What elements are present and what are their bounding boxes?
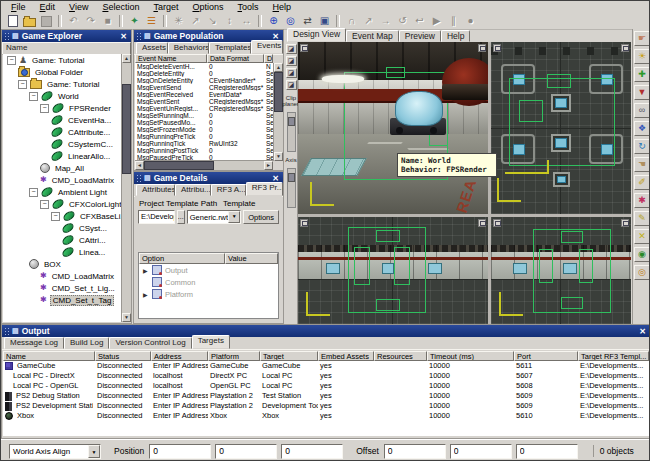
column-header-embed-assets[interactable]: Embed Assets: [318, 351, 374, 361]
column-header-data-format[interactable]: Data Format: [207, 54, 264, 63]
expand-icon[interactable]: ↕: [221, 14, 238, 28]
target-row-xbox[interactable]: XboxDisconnectedEnter IP Address ...Xbox…: [3, 411, 649, 421]
table-row[interactable]: MsgEventSentCRegisteredMsgs*Se: [135, 98, 273, 105]
browse-button[interactable]: ...: [177, 210, 185, 224]
maximize-icon[interactable]: [478, 44, 486, 52]
target-row-gamecube[interactable]: GameCubeDisconnectedEnter IP Address ...…: [3, 361, 649, 371]
tab-events[interactable]: Events: [251, 40, 283, 54]
table-row[interactable]: MsgEventReceivedEventData*Se: [135, 91, 273, 98]
tree-item-cattribute[interactable]: CAttribute...: [3, 126, 121, 138]
tree-item-game-tutorial[interactable]: −♟Game: Tutorial: [3, 54, 121, 66]
target-row-ps2-development-station[interactable]: PS2 Development StationDisconnectedEnter…: [3, 401, 649, 411]
close-icon[interactable]: ✕: [120, 32, 129, 41]
tab-attributes[interactable]: Attributes: [136, 184, 175, 196]
column-header-platform[interactable]: Platform: [208, 351, 260, 361]
arrow-down-icon[interactable]: ↘: [204, 14, 221, 28]
back-icon[interactable]: ↩: [411, 14, 428, 28]
chevron-down-icon[interactable]: ▼: [88, 445, 100, 458]
undo-icon[interactable]: ↶: [65, 14, 82, 28]
menu-help[interactable]: Help: [267, 1, 298, 13]
save-icon[interactable]: [38, 14, 55, 28]
translate-icon[interactable]: ❖: [634, 121, 650, 136]
tree-item-cfxbaseli[interactable]: −CFXBaseLi...: [3, 210, 121, 222]
pick-icon[interactable]: ✐: [634, 175, 650, 190]
select-pointer-icon[interactable]: ☛: [634, 31, 650, 46]
option-row-common[interactable]: Common: [139, 276, 278, 288]
world-locate-icon[interactable]: ◎: [282, 14, 299, 28]
maximize-icon[interactable]: [621, 44, 629, 52]
target-row-ps2-debug-station[interactable]: PS2 Debug StationDisconnectedEnter IP Ad…: [3, 391, 649, 401]
arrow-up-icon[interactable]: ↗: [187, 14, 204, 28]
drop-to-floor-icon[interactable]: ▼: [634, 85, 650, 100]
new-entity-icon[interactable]: ✳: [170, 14, 187, 28]
position-y-input[interactable]: [215, 444, 277, 459]
tree-item-ceventha[interactable]: CEventHa...: [3, 114, 121, 126]
camera-green-icon[interactable]: ◉: [634, 247, 650, 262]
offset-z-input[interactable]: [516, 444, 578, 459]
redo-icon[interactable]: ↷: [82, 14, 99, 28]
game-explorer-titlebar[interactable]: ▤ Game Explorer ✕: [2, 30, 131, 42]
maximize-icon[interactable]: [621, 219, 629, 227]
column-header-d[interactable]: D: [264, 54, 273, 63]
tab-version-control-log[interactable]: Version Control Log: [109, 337, 191, 349]
camera-side-icon[interactable]: ◪: [286, 68, 297, 78]
stop-icon[interactable]: ■: [99, 14, 116, 28]
tree-item-game-tutorial[interactable]: −Game: Tutorial: [3, 78, 121, 90]
menu-view[interactable]: View: [63, 1, 94, 13]
light-icon[interactable]: ☀: [634, 49, 650, 64]
table-row[interactable]: MsgEventSendCRegisteredMsgs*Se: [135, 84, 273, 91]
record-icon[interactable]: ●: [462, 14, 479, 28]
delete-icon[interactable]: ✕: [634, 229, 650, 244]
scrollbar-thumb[interactable]: [144, 161, 214, 170]
tree-item-cmd-set-t-lig[interactable]: ✱CMD_Set_t_Lig...: [3, 282, 121, 294]
expand-toggle-icon[interactable]: −: [51, 212, 60, 221]
world-center-icon[interactable]: ⊕: [265, 14, 282, 28]
expand-toggle-icon[interactable]: −: [7, 56, 16, 65]
scroll-right-icon[interactable]: ►: [264, 161, 273, 170]
target-row-local-pc-directx[interactable]: Local PC - DirectXDisconnectedlocalhostD…: [3, 371, 649, 381]
tree-item-linearallo[interactable]: LinearAllo...: [3, 150, 121, 162]
column-header-port[interactable]: Port: [514, 351, 578, 361]
step-over-icon[interactable]: →: [377, 14, 394, 28]
table-row[interactable]: MsgDeleteEventH...0N: [135, 63, 273, 70]
viewport-menu-icon[interactable]: [300, 44, 308, 52]
expand-toggle-icon[interactable]: −: [29, 92, 38, 101]
viewport-top[interactable]: [491, 42, 631, 214]
menu-selection[interactable]: Selection: [96, 1, 145, 13]
drag-grip-icon[interactable]: [136, 32, 141, 40]
run-icon[interactable]: ▶: [428, 14, 445, 28]
frame-selection-icon[interactable]: ▣: [316, 14, 333, 28]
table-row[interactable]: MsgSetPausedMo...0Se: [135, 119, 273, 126]
menu-tools[interactable]: Tools: [232, 1, 265, 13]
tree-item-ambient-light[interactable]: −Ambient Light: [3, 186, 121, 198]
tab-assets[interactable]: Assets: [136, 42, 168, 54]
offset-y-input[interactable]: [450, 444, 512, 459]
table-row[interactable]: MsgEventUnRegist...CRegisteredMsgs*Se: [135, 105, 273, 112]
drag-grip-icon[interactable]: [136, 174, 141, 182]
expand-arrow-icon[interactable]: ▶: [143, 291, 149, 298]
expand-toggle-icon[interactable]: −: [18, 80, 27, 89]
selected-entity[interactable]: [395, 91, 443, 126]
drag-grip-icon[interactable]: [4, 327, 9, 335]
tab-templates[interactable]: Templates: [209, 42, 251, 54]
table-row[interactable]: MsgRunningTickRwUInt32Se: [135, 140, 273, 147]
slider-thumb-icon[interactable]: [288, 117, 295, 126]
collapse-icon[interactable]: ↔: [238, 14, 255, 28]
population-hscrollbar[interactable]: ◄ ►: [135, 160, 273, 170]
new-file-icon[interactable]: [4, 14, 21, 28]
chevron-down-icon[interactable]: ▼: [228, 211, 240, 223]
table-row[interactable]: MsgSetRunningM...0Se: [135, 112, 273, 119]
tab-build-log[interactable]: Build Log: [64, 337, 109, 349]
maximize-icon[interactable]: [478, 219, 486, 227]
options-button[interactable]: Options: [243, 210, 279, 224]
column-header-event-name[interactable]: Event Name: [135, 54, 207, 63]
tab-behaviors[interactable]: Behaviors: [168, 42, 209, 54]
column-header-status[interactable]: Status: [95, 351, 151, 361]
output-titlebar[interactable]: ▤ Output ✕: [2, 325, 650, 337]
tree-item-fpsrender[interactable]: −FPSRender: [3, 102, 121, 114]
viewport-menu-icon[interactable]: [493, 44, 501, 52]
tree-item-cmd-set-t-tag[interactable]: ✱CMD_Set_t_Tag: [3, 294, 121, 306]
tab-attribu[interactable]: Attribu...: [175, 184, 211, 196]
tab-rf3-a[interactable]: RF3 A...: [211, 184, 246, 196]
tree-item-box[interactable]: BOX: [3, 258, 121, 270]
